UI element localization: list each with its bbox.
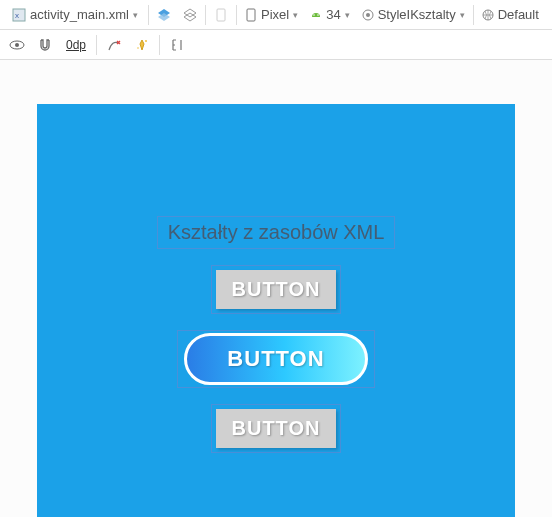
button-pill[interactable]: BUTTON [184, 333, 367, 385]
device-label: Pixel [261, 7, 289, 22]
api-selector[interactable]: 34 ▾ [306, 5, 353, 24]
chevron-down-icon: ▾ [460, 10, 465, 20]
separator [96, 35, 97, 55]
api-label: 34 [326, 7, 340, 22]
android-icon [310, 9, 322, 21]
button3-selection[interactable]: BUTTON [211, 404, 342, 453]
device-preview[interactable]: Kształty z zasobów XML BUTTON BUTTON BUT… [37, 104, 515, 517]
chevron-down-icon: ▾ [293, 10, 298, 20]
visibility-icon[interactable] [6, 34, 28, 56]
separator [148, 5, 149, 25]
title-textview: Kształty z zasobów XML [158, 217, 395, 248]
design-canvas[interactable]: Kształty z zasobów XML BUTTON BUTTON BUT… [0, 60, 552, 517]
svg-rect-7 [247, 9, 255, 21]
phone-icon [245, 8, 257, 22]
theme-label: StyleIKsztalty [378, 7, 456, 22]
file-tab[interactable]: x activity_main.xml ▾ [6, 5, 144, 24]
locale-label: Default [498, 7, 539, 22]
separator [205, 5, 206, 25]
svg-point-8 [313, 14, 315, 16]
separator [473, 5, 474, 25]
separator [159, 35, 160, 55]
xml-file-icon: x [12, 8, 26, 22]
file-tab-label: activity_main.xml [30, 7, 129, 22]
separator [236, 5, 237, 25]
clear-constraints-icon[interactable] [103, 34, 125, 56]
button1-selection[interactable]: BUTTON [211, 265, 342, 314]
svg-point-14 [15, 43, 19, 47]
theme-selector[interactable]: StyleIKsztalty ▾ [358, 5, 469, 24]
layers-icon[interactable] [153, 4, 175, 26]
svg-point-15 [145, 40, 147, 42]
textview-selection[interactable]: Kształty z zasobów XML [157, 216, 396, 249]
svg-text:x: x [15, 11, 19, 20]
editor-toolbar-row1: x activity_main.xml ▾ Pixel ▾ 34 ▾ Style… [0, 0, 552, 30]
guidelines-icon[interactable] [166, 34, 188, 56]
button-gray-1[interactable]: BUTTON [216, 270, 337, 309]
button-gray-2[interactable]: BUTTON [216, 409, 337, 448]
magnet-icon[interactable] [34, 34, 56, 56]
device-selector[interactable]: Pixel ▾ [241, 5, 302, 24]
layout-root: Kształty z zasobów XML BUTTON BUTTON BUT… [37, 216, 515, 453]
infer-constraints-icon[interactable] [131, 34, 153, 56]
orientation-icon[interactable] [210, 4, 232, 26]
svg-point-9 [317, 14, 319, 16]
svg-point-11 [366, 13, 370, 17]
svg-point-16 [137, 47, 139, 49]
editor-toolbar-row2: 0dp [0, 30, 552, 60]
chevron-down-icon: ▾ [345, 10, 350, 20]
blueprint-icon[interactable] [179, 4, 201, 26]
default-margin[interactable]: 0dp [62, 38, 90, 52]
locale-selector[interactable]: Default [478, 5, 543, 24]
globe-icon [482, 9, 494, 21]
chevron-down-icon: ▾ [133, 10, 138, 20]
theme-icon [362, 9, 374, 21]
svg-rect-6 [217, 9, 225, 21]
button2-selection[interactable]: BUTTON [177, 330, 374, 388]
